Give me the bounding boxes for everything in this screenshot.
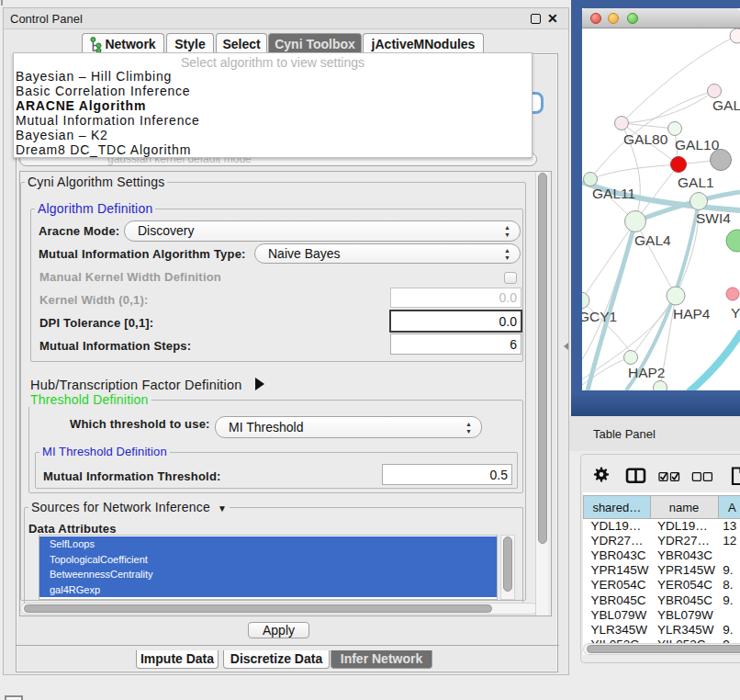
- svg-text:GAL: GAL: [712, 97, 740, 113]
- svg-text:HAP2: HAP2: [628, 365, 666, 380]
- svg-text:Y: Y: [731, 305, 740, 321]
- svg-text:GAL1: GAL1: [678, 175, 714, 190]
- svg-text:GAL80: GAL80: [623, 131, 668, 147]
- svg-text:GAL11: GAL11: [592, 186, 635, 201]
- svg-text:GAL4: GAL4: [634, 232, 671, 248]
- svg-text:SWI4: SWI4: [696, 210, 731, 226]
- svg-text:GAL10: GAL10: [675, 137, 720, 152]
- svg-text:GCY1: GCY1: [582, 309, 617, 324]
- svg-text:HAP4: HAP4: [673, 306, 711, 322]
